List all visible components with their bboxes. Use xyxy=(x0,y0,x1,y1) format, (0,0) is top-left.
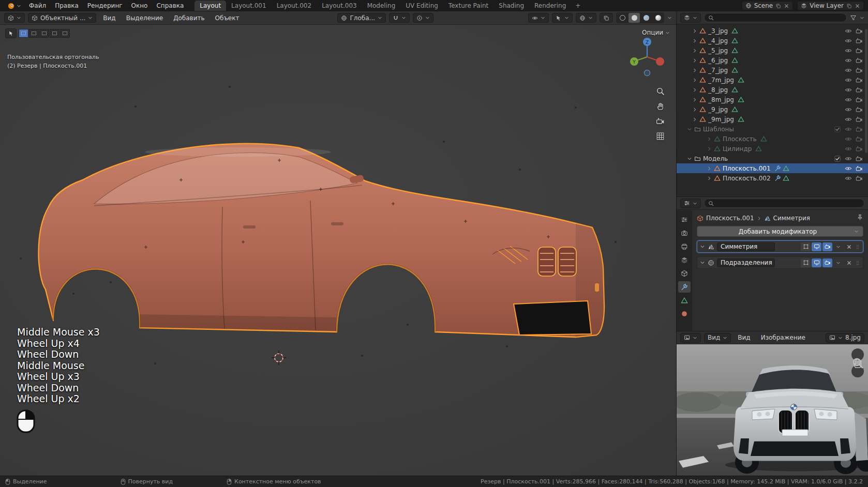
disable-render-icon[interactable] xyxy=(856,27,863,35)
modifier-name-field[interactable]: Подразделения xyxy=(717,258,775,267)
select-set-button[interactable] xyxy=(19,29,28,38)
shading-rendered-button[interactable] xyxy=(652,13,664,23)
hide-eye-icon[interactable] xyxy=(845,57,852,64)
realtime-toggle-icon[interactable] xyxy=(812,242,821,251)
outliner-row[interactable]: _4_jpg xyxy=(677,36,868,45)
disclosure-icon[interactable] xyxy=(707,166,712,171)
disable-render-icon[interactable] xyxy=(856,145,863,153)
disclosure-icon[interactable] xyxy=(692,48,697,53)
disclosure-icon[interactable] xyxy=(692,58,697,63)
outliner-row[interactable]: Цилиндр xyxy=(677,144,868,154)
select-intersect-button[interactable] xyxy=(60,29,70,38)
unlink-scene-icon[interactable] xyxy=(784,3,789,9)
disable-render-icon[interactable] xyxy=(856,37,863,44)
outliner-row[interactable]: _7m_jpg xyxy=(677,75,868,85)
visibility-dropdown[interactable] xyxy=(528,13,549,23)
filter-funnel-icon[interactable] xyxy=(850,14,857,21)
disable-render-icon[interactable] xyxy=(856,126,863,133)
properties-tab-object[interactable] xyxy=(678,268,691,279)
disable-render-icon[interactable] xyxy=(856,67,863,74)
camera-view-icon[interactable] xyxy=(656,117,665,126)
disable-render-icon[interactable] xyxy=(856,175,863,182)
hide-eye-icon[interactable] xyxy=(845,126,852,133)
remove-view-layer-icon[interactable] xyxy=(855,3,860,9)
hide-eye-icon[interactable] xyxy=(845,47,852,54)
image-menu-image[interactable]: Изображение xyxy=(757,333,809,342)
shading-options-chevron-icon[interactable] xyxy=(667,16,672,20)
hide-eye-icon[interactable] xyxy=(845,27,852,35)
image-pan-hand-icon[interactable] xyxy=(851,365,864,377)
properties-search-input[interactable] xyxy=(704,199,864,208)
disclosure-icon[interactable] xyxy=(692,68,697,73)
outliner-row[interactable]: _3_jpg xyxy=(677,26,868,36)
properties-tab-material[interactable] xyxy=(678,308,691,319)
workspace-tab-uvediting[interactable]: UV Editing xyxy=(400,1,443,11)
hide-eye-icon[interactable] xyxy=(845,106,852,113)
transform-orientation-selector[interactable]: Глоба... xyxy=(337,13,386,23)
outliner-row[interactable]: Плоскость.002 xyxy=(677,173,868,183)
outliner-search-input[interactable] xyxy=(704,13,847,22)
ortho-grid-icon[interactable] xyxy=(656,132,665,141)
workspace-tab-rendering[interactable]: Rendering xyxy=(529,1,571,11)
disclosure-icon[interactable] xyxy=(707,176,712,181)
select-extend-button[interactable] xyxy=(29,29,39,38)
outliner-row[interactable]: _8m_jpg xyxy=(677,95,868,104)
hide-eye-icon[interactable] xyxy=(845,77,852,84)
outliner-row[interactable]: _7_jpg xyxy=(677,65,868,75)
hide-eye-icon[interactable] xyxy=(845,155,852,162)
breadcrumb-object[interactable]: Плоскость.001 xyxy=(706,215,754,222)
drag-handle-icon[interactable] xyxy=(855,243,860,251)
properties-tab-view-layer[interactable] xyxy=(678,254,691,266)
zoom-icon[interactable] xyxy=(656,87,665,96)
workspace-tab-shading[interactable]: Shading xyxy=(493,1,529,11)
properties-tab-output[interactable] xyxy=(678,241,691,252)
scene-selector[interactable]: Scene xyxy=(742,1,794,10)
chevron-down-icon[interactable] xyxy=(860,16,864,20)
modifier-row-subdivision[interactable]: Подразделения xyxy=(697,256,863,269)
workspace-tab-layout003[interactable]: Layout.003 xyxy=(317,1,362,11)
modifier-row-mirror[interactable]: Симметрия xyxy=(697,240,863,253)
outliner-row[interactable]: _8_jpg xyxy=(677,85,868,95)
extras-chevron-icon[interactable] xyxy=(833,258,843,267)
blender-logo-icon[interactable] xyxy=(4,2,24,10)
disclosure-icon[interactable] xyxy=(692,107,697,112)
outliner-row[interactable]: _9m_jpg xyxy=(677,114,868,124)
disclosure-icon[interactable] xyxy=(692,97,697,102)
disclosure-icon[interactable] xyxy=(687,156,692,161)
disable-render-icon[interactable] xyxy=(856,77,863,84)
breadcrumb-modifier[interactable]: Симметрия xyxy=(773,215,810,222)
disable-render-icon[interactable] xyxy=(856,96,863,103)
hide-eye-icon[interactable] xyxy=(845,86,852,94)
workspace-tab-layout002[interactable]: Layout.002 xyxy=(272,1,317,11)
viewport-menu-view[interactable]: Вид xyxy=(99,13,119,23)
menu-render[interactable]: Рендеринг xyxy=(83,1,127,10)
viewport-menu-add[interactable]: Добавить xyxy=(170,13,208,23)
disable-render-icon[interactable] xyxy=(856,86,863,94)
disclosure-icon[interactable] xyxy=(707,136,712,142)
pin-icon[interactable] xyxy=(857,214,863,222)
hide-eye-icon[interactable] xyxy=(845,37,852,44)
shading-wireframe-button[interactable] xyxy=(617,13,628,23)
select-invert-button[interactable] xyxy=(50,29,59,38)
outliner-row-active[interactable]: Плоскость.001 xyxy=(677,163,868,173)
render-toggle-icon[interactable] xyxy=(822,242,832,251)
properties-tab-render[interactable] xyxy=(678,227,691,239)
disclosure-icon[interactable] xyxy=(687,127,692,132)
reference-image-view[interactable] xyxy=(677,344,868,476)
editmode-toggle-icon[interactable] xyxy=(801,258,811,267)
shading-solid-button[interactable] xyxy=(628,13,640,23)
menu-file[interactable]: Файл xyxy=(25,1,50,10)
outliner-collection-row[interactable]: Модель xyxy=(677,154,868,163)
workspace-tab-layout[interactable]: Layout xyxy=(194,1,226,11)
modifier-name-field[interactable]: Симметрия xyxy=(717,242,775,251)
menu-window[interactable]: Окно xyxy=(127,1,152,10)
sidebar-collapse-arrow-icon[interactable] xyxy=(670,45,676,51)
disable-render-icon[interactable] xyxy=(856,57,863,64)
xray-toggle[interactable] xyxy=(600,13,613,23)
outliner-row[interactable]: _5_jpg xyxy=(677,45,868,55)
collection-checkbox-icon[interactable] xyxy=(834,126,841,133)
options-button[interactable]: Опции xyxy=(642,29,670,36)
viewport-3d[interactable]: Объектный ... Вид Выделение Добавить Объ… xyxy=(0,11,676,476)
disclosure-icon[interactable] xyxy=(692,78,697,83)
menu-edit[interactable]: Правка xyxy=(51,1,83,10)
